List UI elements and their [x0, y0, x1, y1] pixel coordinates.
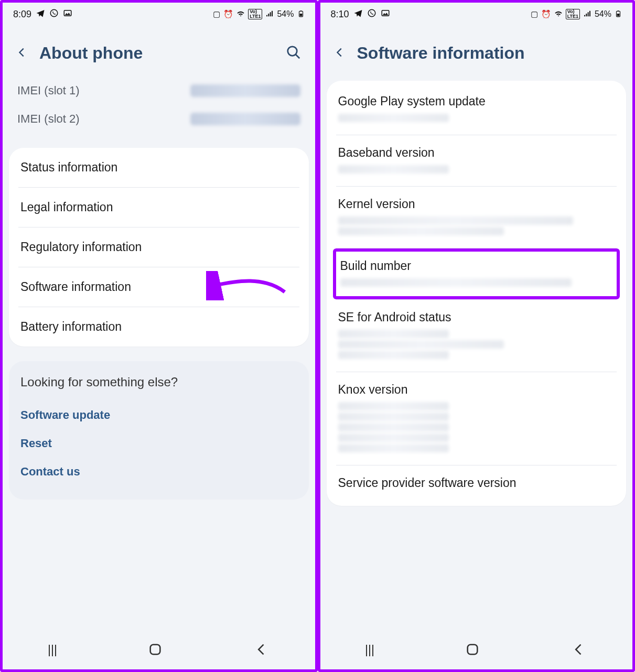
battery-percent: 54%: [277, 9, 294, 19]
menu-item-regulatory-info[interactable]: Regulatory information: [18, 227, 299, 267]
menu-item-battery-info[interactable]: Battery information: [18, 307, 299, 346]
annotation-arrow-icon: [206, 271, 290, 304]
item-google-play-update[interactable]: Google Play system update: [336, 84, 617, 135]
menu-card: Status information Legal information Reg…: [9, 148, 309, 346]
phone-right: 8:10 ▢ ⏰ Vo)LTE1 54% Software informatio…: [318, 0, 636, 672]
svg-point-7: [368, 9, 375, 17]
svg-point-5: [287, 46, 297, 56]
item-baseband-version[interactable]: Baseband version: [336, 135, 617, 187]
menu-label: Software information: [20, 280, 131, 294]
svg-rect-11: [618, 10, 619, 11]
value-redacted: [338, 351, 449, 359]
imei-row[interactable]: IMEI (slot 1): [17, 77, 300, 105]
imei-value-redacted: [190, 84, 300, 97]
info-card: Google Play system update Baseband versi…: [327, 81, 627, 506]
wifi-icon: [554, 9, 563, 19]
item-knox-version[interactable]: Knox version: [336, 372, 617, 465]
status-time: 8:09: [13, 9, 31, 20]
nav-bar: [3, 632, 315, 669]
menu-label: Battery information: [20, 320, 122, 334]
svg-rect-12: [468, 645, 478, 655]
header: Software information: [320, 26, 633, 77]
battery-icon: [297, 9, 305, 20]
svg-rect-4: [300, 10, 301, 11]
menu-item-status-info[interactable]: Status information: [18, 148, 299, 188]
imei-row[interactable]: IMEI (slot 2): [17, 105, 300, 133]
nav-home-icon[interactable]: [465, 642, 480, 659]
volte-icon: Vo)LTE1: [566, 9, 580, 19]
item-kernel-version[interactable]: Kernel version: [336, 187, 617, 248]
status-bar: 8:09 ▢ ⏰ Vo)LTE1 54%: [3, 3, 315, 26]
value-redacted: [338, 423, 449, 431]
search-icon[interactable]: [286, 45, 302, 62]
menu-item-software-info[interactable]: Software information: [18, 267, 299, 307]
info-title: Build number: [340, 259, 613, 273]
info-title: Kernel version: [338, 197, 615, 211]
value-redacted: [338, 216, 573, 225]
nav-recent-icon[interactable]: [366, 645, 373, 656]
back-icon[interactable]: [334, 45, 346, 62]
battery-icon: [615, 9, 622, 20]
wifi-icon: [236, 9, 245, 19]
page-title: Software information: [357, 44, 525, 63]
battery-percent: 54%: [595, 9, 611, 19]
value-redacted: [338, 433, 449, 442]
imei-value-redacted: [190, 113, 300, 125]
nav-back-icon[interactable]: [254, 642, 269, 659]
svg-rect-10: [617, 14, 620, 16]
svg-rect-3: [299, 14, 302, 16]
imei-label: IMEI (slot 1): [17, 84, 80, 97]
signal-icon: [583, 9, 591, 19]
value-redacted: [338, 402, 449, 410]
back-icon[interactable]: [16, 45, 28, 62]
menu-label: Status information: [20, 160, 117, 175]
nav-back-icon[interactable]: [572, 642, 586, 659]
telegram-icon: [36, 8, 45, 20]
value-redacted: [338, 340, 504, 349]
image-icon: [63, 8, 72, 20]
page-title: About phone: [39, 44, 143, 63]
value-redacted: [338, 444, 449, 452]
link-contact-us[interactable]: Contact us: [20, 458, 297, 486]
phone-left: 8:09 ▢ ⏰ Vo)LTE1 54%: [0, 0, 318, 672]
nav-bar: [320, 632, 633, 669]
value-redacted: [338, 165, 449, 174]
looking-for-card: Looking for something else? Software upd…: [9, 361, 309, 500]
header: About phone: [3, 26, 315, 77]
alarm-icon: ⏰: [541, 9, 551, 19]
info-title: Google Play system update: [338, 94, 615, 109]
item-se-android-status[interactable]: SE for Android status: [336, 299, 617, 372]
info-title: Baseband version: [338, 146, 615, 160]
image-icon: [381, 8, 390, 20]
whatsapp-icon: [49, 8, 59, 20]
nav-recent-icon[interactable]: [49, 645, 56, 656]
value-redacted: [338, 330, 449, 338]
highlight-build-number: Build number: [333, 248, 620, 299]
imei-label: IMEI (slot 2): [17, 112, 80, 126]
signal-icon: [265, 9, 274, 19]
nav-home-icon[interactable]: [148, 642, 163, 659]
svg-rect-6: [150, 645, 160, 655]
item-build-number[interactable]: Build number: [340, 259, 613, 287]
status-bar: 8:10 ▢ ⏰ Vo)LTE1 54%: [320, 3, 633, 26]
menu-item-legal-info[interactable]: Legal information: [18, 188, 299, 227]
value-redacted: [338, 114, 449, 122]
value-redacted: [338, 413, 449, 421]
item-service-provider-version[interactable]: Service provider software version: [336, 465, 617, 506]
menu-label: Regulatory information: [20, 240, 142, 254]
volte-icon: Vo)LTE1: [248, 9, 262, 19]
link-software-update[interactable]: Software update: [20, 401, 297, 429]
alarm-icon: ⏰: [223, 9, 233, 19]
svg-point-0: [50, 9, 58, 17]
telegram-icon: [353, 8, 363, 20]
whatsapp-icon: [367, 8, 376, 20]
info-title: Knox version: [338, 383, 615, 397]
menu-label: Legal information: [20, 200, 113, 214]
battery-saver-icon: ▢: [213, 9, 220, 19]
info-title: Service provider software version: [338, 476, 615, 490]
imei-block: IMEI (slot 1) IMEI (slot 2): [8, 77, 310, 144]
link-reset[interactable]: Reset: [20, 429, 297, 458]
looking-title: Looking for something else?: [20, 375, 297, 389]
status-time: 8:10: [331, 9, 349, 20]
value-redacted: [338, 227, 504, 235]
